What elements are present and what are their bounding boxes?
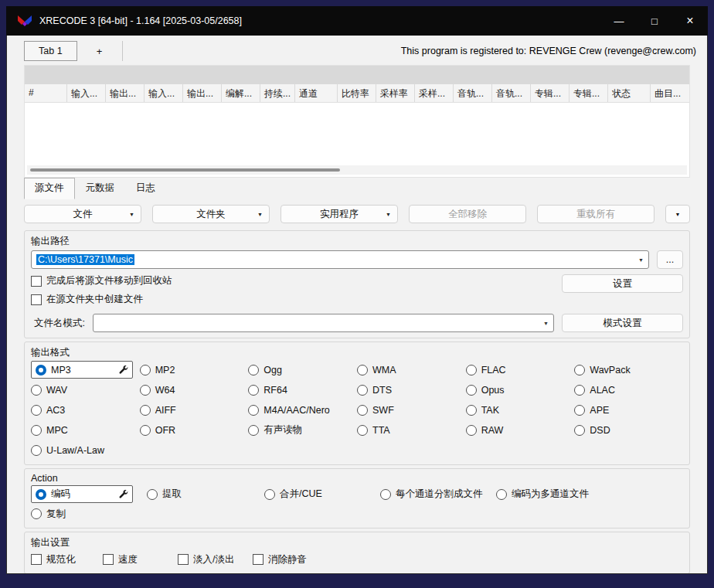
output-path-combobox[interactable]: C:\Users\17371\Music ▼ [31, 250, 649, 269]
action-option-extract[interactable]: 提取 [147, 488, 264, 501]
checkbox-icon [31, 276, 42, 287]
format-label-mpc: MPC [46, 425, 68, 436]
column-header-samplerate[interactable]: 采样率 [376, 84, 415, 102]
action-option-split-per-channel[interactable]: 每个通道分割成文件 [380, 488, 496, 501]
maximize-icon: □ [651, 15, 658, 27]
minimize-button[interactable]: — [601, 6, 637, 36]
table-header-row: # 输入... 输出... 输入... 输出... 编解... 持续... 通道… [25, 84, 689, 103]
column-header-album1[interactable]: 专辑... [531, 84, 570, 102]
column-header-output2[interactable]: 输出... [183, 84, 222, 102]
settings-button[interactable]: 设置 [562, 274, 683, 293]
format-option-aiff[interactable]: AIFF [140, 401, 249, 419]
format-option-flac[interactable]: FLAC [466, 361, 575, 379]
add-tab-button[interactable]: + [77, 41, 122, 61]
tab-1[interactable]: Tab 1 [24, 41, 77, 61]
action-option-encode-multichannel[interactable]: 编码为多通道文件 [496, 488, 683, 501]
move-to-recycle-checkbox[interactable]: 完成后将源文件移动到回收站 [31, 274, 172, 287]
toolbar-more-dropdown-button[interactable]: ▼ [665, 205, 690, 223]
browse-button[interactable]: ... [657, 250, 683, 269]
output-path-title: 输出路径 [31, 235, 683, 248]
reload-all-button[interactable]: 重载所有 [537, 205, 654, 223]
format-option-ac3[interactable]: AC3 [31, 401, 140, 419]
action-label-split: 每个通道分割成文件 [396, 488, 483, 501]
create-in-source-checkbox[interactable]: 在源文件夹中创建文件 [31, 293, 143, 306]
format-option-tta[interactable]: TTA [357, 421, 466, 439]
utilities-dropdown-button[interactable]: 实用程序 ▼ [280, 205, 398, 223]
output-format-title: 输出格式 [31, 346, 683, 359]
format-option-ape[interactable]: APE [574, 401, 683, 419]
format-label-rf64: RF64 [264, 385, 287, 396]
format-option-alac[interactable]: ALAC [574, 381, 683, 399]
radio-icon [466, 405, 477, 416]
speed-checkbox[interactable]: 速度 [103, 553, 178, 566]
column-header-duration[interactable]: 持续... [260, 84, 295, 102]
format-label-aiff: AIFF [155, 405, 176, 416]
format-option-dts[interactable]: DTS [357, 381, 466, 399]
column-header-track2[interactable]: 音轨... [492, 84, 531, 102]
column-header-channels[interactable]: 通道 [295, 84, 338, 102]
silence-removal-checkbox[interactable]: 消除静音 [253, 553, 683, 566]
action-option-merge-cue[interactable]: 合并/CUE [264, 488, 380, 501]
format-label-w64: W64 [155, 385, 175, 396]
radio-icon [357, 405, 368, 416]
column-header-sample[interactable]: 采样... [415, 84, 454, 102]
format-option-mpc[interactable]: MPC [31, 421, 140, 439]
column-header-input1[interactable]: 输入... [67, 84, 106, 102]
format-option-m4a-aac-nero[interactable]: M4A/AAC/Nero [248, 401, 357, 419]
tab-log[interactable]: 日志 [125, 178, 166, 199]
column-header-input2[interactable]: 输入... [144, 84, 183, 102]
normalize-checkbox[interactable]: 规范化 [31, 553, 103, 566]
tab-metadata[interactable]: 元数据 [75, 178, 126, 199]
format-option-ofr[interactable]: OFR [140, 421, 249, 439]
format-option-w64[interactable]: W64 [140, 381, 249, 399]
filename-pattern-combobox[interactable]: ▼ [93, 314, 554, 332]
format-option-ogg[interactable]: Ogg [248, 361, 357, 379]
format-option-tak[interactable]: TAK [466, 401, 575, 419]
radio-icon [147, 489, 158, 500]
format-option-rf64[interactable]: RF64 [248, 381, 357, 399]
folder-dropdown-button[interactable]: 文件夹 ▼ [152, 205, 270, 223]
radio-icon [248, 385, 259, 396]
column-header-codec[interactable]: 编解... [222, 84, 260, 102]
scrollbar-thumb[interactable] [30, 168, 340, 172]
format-option-raw[interactable]: RAW [466, 421, 575, 439]
remove-all-button[interactable]: 全部移除 [409, 205, 526, 223]
radio-icon [574, 365, 585, 376]
file-dropdown-button[interactable]: 文件 ▼ [24, 205, 141, 223]
format-option-wma[interactable]: WMA [357, 361, 466, 379]
format-option-audiobook[interactable]: 有声读物 [248, 421, 357, 439]
format-option-ulaw-alaw[interactable]: U-Law/A-Law [31, 441, 140, 459]
pattern-settings-button[interactable]: 模式设置 [562, 314, 683, 332]
horizontal-scrollbar[interactable] [27, 165, 687, 175]
close-button[interactable]: × [672, 6, 708, 36]
column-header-number[interactable]: # [25, 84, 67, 102]
settings-button-label: 设置 [613, 277, 632, 291]
column-header-title[interactable]: 曲目... [651, 84, 689, 102]
action-option-encode[interactable]: 编码 [31, 485, 133, 503]
maximize-button[interactable]: □ [637, 6, 672, 36]
table-body[interactable] [25, 103, 689, 165]
tab-source-files[interactable]: 源文件 [24, 178, 75, 199]
format-option-mp3[interactable]: MP3 [31, 361, 133, 379]
radio-icon [31, 508, 42, 519]
wrench-icon[interactable] [118, 365, 128, 375]
radio-selected-icon [36, 489, 46, 500]
column-header-output1[interactable]: 输出... [106, 84, 144, 102]
column-header-bitrate[interactable]: 比特率 [338, 84, 376, 102]
checkbox-icon [253, 554, 264, 565]
fade-in-out-checkbox[interactable]: 淡入/淡出 [178, 553, 253, 566]
format-option-dsd[interactable]: DSD [574, 421, 683, 439]
radio-icon [574, 405, 585, 416]
action-option-copy[interactable]: 复制 [31, 508, 66, 521]
format-option-wav[interactable]: WAV [31, 381, 140, 399]
wrench-icon[interactable] [118, 489, 128, 499]
chevron-down-icon: ▼ [129, 212, 134, 217]
reload-all-label: 重载所有 [576, 208, 615, 221]
column-header-album2[interactable]: 专辑... [570, 84, 608, 102]
format-option-swf[interactable]: SWF [357, 401, 466, 419]
format-option-mp2[interactable]: MP2 [140, 361, 249, 379]
format-option-opus[interactable]: Opus [466, 381, 575, 399]
column-header-status[interactable]: 状态 [608, 84, 651, 102]
format-option-wavpack[interactable]: WavPack [574, 361, 683, 379]
column-header-track1[interactable]: 音轨... [454, 84, 492, 102]
